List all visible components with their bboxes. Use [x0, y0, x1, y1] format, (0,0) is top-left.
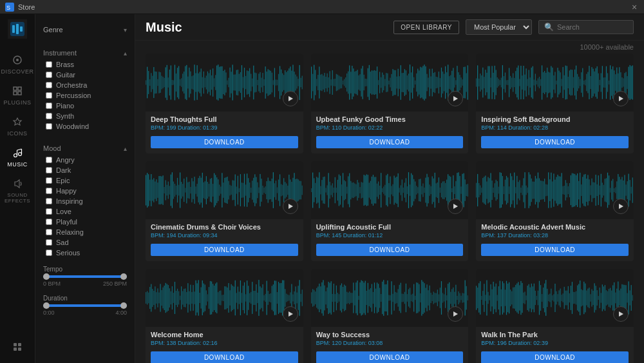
mood-playful[interactable]: Playful [43, 217, 127, 227]
svg-rect-638 [491, 173, 491, 207]
svg-rect-660 [520, 180, 520, 200]
instrument-synth[interactable]: Synth [43, 111, 127, 121]
search-input[interactable] [557, 23, 628, 31]
relaxing-checkbox[interactable] [46, 229, 52, 235]
tempo-thumb-min[interactable] [43, 273, 50, 280]
download-button-5[interactable]: DOWNLOAD [481, 244, 629, 256]
tempo-thumb-max[interactable] [120, 273, 127, 280]
svg-rect-487 [279, 174, 280, 206]
angry-checkbox[interactable] [46, 157, 52, 163]
sort-select[interactable]: Most Popular Newest Oldest [466, 19, 532, 35]
svg-rect-1068 [578, 284, 579, 312]
guitar-checkbox[interactable] [46, 72, 52, 78]
svg-rect-793 [205, 284, 205, 311]
svg-rect-24 [148, 71, 149, 94]
mood-header[interactable]: Mood ▴ [43, 142, 127, 155]
instrument-percussion[interactable]: Percussion [43, 90, 127, 101]
svg-rect-1013 [506, 281, 507, 315]
sidebar-item-sound-effects[interactable]: SOUND EFFECTS [0, 173, 35, 209]
app-icon: S [5, 3, 14, 12]
close-button[interactable]: × [630, 3, 639, 12]
svg-rect-680 [545, 184, 546, 197]
svg-rect-903 [355, 282, 356, 313]
download-button-2[interactable]: DOWNLOAD [481, 136, 629, 148]
download-button-0[interactable]: DOWNLOAD [151, 136, 298, 148]
svg-rect-984 [462, 293, 462, 302]
sidebar-item-plugins[interactable]: PLUGINS [0, 80, 35, 111]
instrument-guitar[interactable]: Guitar [43, 70, 127, 80]
svg-rect-155 [327, 74, 327, 92]
svg-rect-565 [388, 183, 389, 197]
instrument-header[interactable]: Instrument ▴ [43, 46, 127, 59]
svg-rect-938 [401, 293, 402, 302]
play-button-5[interactable] [613, 199, 629, 214]
instrument-woodwind[interactable]: Woodwind [43, 121, 127, 132]
sidebar-item-grid[interactable] [12, 336, 23, 358]
instrument-brass[interactable]: Brass [43, 59, 127, 70]
svg-rect-1055 [562, 295, 562, 301]
percussion-checkbox[interactable] [46, 92, 52, 99]
play-button-3[interactable] [283, 199, 298, 214]
open-library-button[interactable]: OPEN LIBRARY [393, 21, 459, 34]
instrument-piano[interactable]: Piano [43, 101, 127, 111]
synth-checkbox[interactable] [46, 113, 52, 119]
card-info-4: Uplifting Acoustic FullBPM: 145 Duration… [311, 219, 469, 241]
sidebar-item-discover[interactable]: DISCOVER [0, 49, 35, 80]
sidebar-item-music[interactable]: MUSIC [0, 142, 35, 173]
mood-love[interactable]: Love [43, 206, 127, 217]
sidebar-item-icons[interactable]: ICONS [0, 111, 35, 142]
mood-inspiring[interactable]: Inspiring [43, 196, 127, 206]
mood-angry[interactable]: Angry [43, 155, 127, 165]
instrument-orchestra[interactable]: Orchestra [43, 80, 127, 90]
playful-checkbox[interactable] [46, 219, 52, 225]
svg-rect-355 [596, 68, 596, 97]
dark-checkbox[interactable] [46, 167, 52, 173]
svg-rect-52 [185, 66, 185, 99]
sad-checkbox[interactable] [46, 239, 52, 246]
svg-rect-339 [574, 70, 575, 95]
mood-sad[interactable]: Sad [43, 237, 127, 248]
mood-relaxing[interactable]: Relaxing [43, 227, 127, 237]
svg-rect-325 [556, 81, 557, 84]
svg-rect-574 [400, 185, 401, 195]
mood-epic[interactable]: Epic [43, 175, 127, 186]
play-button-6[interactable] [283, 306, 298, 322]
tempo-range: 0 BPM 250 BPM [43, 280, 127, 287]
svg-rect-419 [190, 187, 191, 193]
svg-rect-960 [430, 293, 431, 303]
epic-checkbox[interactable] [46, 177, 52, 184]
woodwind-checkbox[interactable] [46, 123, 52, 130]
play-button-2[interactable] [613, 91, 629, 106]
genre-header[interactable]: Genre ▾ [43, 23, 127, 36]
brass-checkbox[interactable] [46, 61, 52, 68]
svg-rect-144 [312, 74, 313, 92]
svg-rect-471 [258, 188, 259, 193]
svg-rect-503 [301, 181, 301, 200]
orchestra-checkbox[interactable] [46, 82, 52, 88]
serious-checkbox[interactable] [46, 250, 52, 256]
svg-rect-360 [602, 66, 603, 99]
svg-rect-455 [238, 176, 238, 205]
download-button-1[interactable]: DOWNLOAD [316, 136, 464, 148]
happy-checkbox[interactable] [46, 188, 52, 194]
svg-rect-966 [438, 294, 439, 301]
piano-checkbox[interactable] [46, 103, 52, 109]
play-button-8[interactable] [613, 306, 629, 322]
duration-thumb-max[interactable] [120, 302, 127, 309]
svg-rect-758 [158, 293, 159, 304]
svg-rect-981 [458, 291, 459, 304]
download-button-7[interactable]: DOWNLOAD [316, 351, 464, 363]
download-button-6[interactable]: DOWNLOAD [151, 351, 298, 363]
play-button-0[interactable] [283, 91, 298, 106]
download-button-8[interactable]: DOWNLOAD [481, 351, 629, 363]
svg-rect-909 [363, 282, 364, 313]
mood-dark[interactable]: Dark [43, 165, 127, 175]
inspiring-checkbox[interactable] [46, 198, 52, 204]
mood-happy[interactable]: Happy [43, 186, 127, 196]
svg-rect-535 [349, 173, 350, 208]
download-button-3[interactable]: DOWNLOAD [151, 244, 298, 256]
duration-thumb-min[interactable] [43, 302, 50, 309]
mood-serious[interactable]: Serious [43, 248, 127, 258]
love-checkbox[interactable] [46, 208, 52, 215]
download-button-4[interactable]: DOWNLOAD [316, 244, 464, 256]
